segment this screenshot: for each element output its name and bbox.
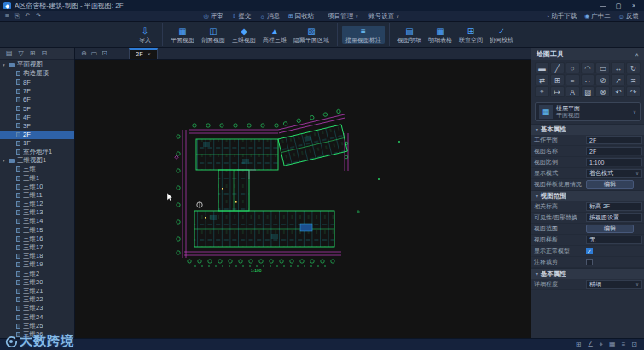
tree-item[interactable]: 三维18	[0, 252, 74, 260]
user-account[interactable]: ◉广中二	[584, 12, 611, 20]
redo-icon[interactable]: ↷	[36, 12, 42, 20]
dropdown-project-manage[interactable]: 项目管理∨	[328, 12, 358, 20]
ribbon-button-import[interactable]: ⇩导入	[132, 26, 158, 44]
tool-extend[interactable]: ↗	[611, 74, 625, 85]
zoom-extents-icon[interactable]: ⊡	[102, 50, 107, 57]
property-value[interactable]: 2F	[586, 136, 642, 144]
pan-icon[interactable]: ⊕	[81, 50, 87, 57]
ribbon-button-hide-plan-region[interactable]: ▨隐藏平面区域	[290, 26, 333, 44]
ribbon-button-plan-view[interactable]: ▦平面视图	[167, 26, 198, 44]
tree-item[interactable]: 3F	[0, 121, 74, 130]
tool-measure[interactable]: ⌖	[535, 86, 549, 97]
tree-item[interactable]: 三维12	[0, 200, 74, 208]
view-tab-2f[interactable]: 2F ×	[129, 48, 158, 59]
section-header-1[interactable]: ▾视图范围	[531, 190, 644, 201]
property-value[interactable]: 无	[586, 236, 642, 244]
section-header-0[interactable]: ▾基本属性	[531, 124, 644, 135]
tree-item[interactable]: 7F	[0, 87, 74, 96]
tree-folder[interactable]: ▾平面视图	[0, 61, 74, 69]
tree-item[interactable]: 三维21	[0, 287, 74, 295]
tree-item[interactable]: 4F	[0, 113, 74, 121]
tree-item[interactable]: 室外地坪1	[0, 148, 74, 156]
tree-item[interactable]: 三维17	[0, 243, 74, 252]
tool-dimension[interactable]: ↦	[550, 86, 565, 97]
menubar-action-recycle-bin[interactable]: ⊞回收站	[288, 12, 314, 20]
tree-item[interactable]: 三维19	[0, 260, 74, 269]
menubar-action-review[interactable]: ◎评审	[203, 12, 223, 20]
floor-plan-drawing[interactable]: 1:100	[75, 60, 531, 338]
tree-item[interactable]: 三维25	[0, 322, 74, 330]
tree-item[interactable]: 三维1	[0, 173, 74, 182]
ribbon-button-schedule-table[interactable]: ▦明细表格	[425, 26, 455, 44]
polar-tracking-icon[interactable]: ∠	[587, 341, 593, 349]
tree-item[interactable]: 三维2	[0, 270, 74, 278]
caret-down-icon[interactable]: ▾	[3, 158, 9, 163]
expand-all-icon[interactable]: ⊞	[30, 50, 36, 57]
save-icon[interactable]: ⎘	[15, 12, 20, 20]
ribbon-button-view-detail[interactable]: ▤视图明细	[394, 26, 425, 44]
object-snap-icon[interactable]: ⌖	[600, 341, 604, 349]
minimize-button[interactable]: —	[596, 1, 610, 11]
tool-copy[interactable]: ⊞	[550, 74, 565, 85]
edit-button[interactable]: 编辑	[586, 225, 634, 233]
collapse-all-icon[interactable]: ⊟	[41, 50, 47, 57]
filter-icon[interactable]: ▽	[19, 50, 24, 57]
tree-item[interactable]: 三维23	[0, 304, 74, 312]
tool-rectangle[interactable]: ▭	[595, 62, 610, 73]
type-dropdown-icon[interactable]: ∨	[633, 109, 636, 114]
ribbon-button-elevation-3d[interactable]: ▲高程三维	[259, 26, 290, 44]
tool-rotate[interactable]: ↻	[626, 62, 641, 73]
ribbon-button-link-space[interactable]: ⊞联查空间	[455, 26, 486, 44]
tool-arc[interactable]: ◠	[581, 62, 595, 73]
ribbon-button-batch-view-annotate[interactable]: ≡批量视图标注	[342, 26, 385, 44]
grid-toggle-icon[interactable]: ⊞	[576, 341, 582, 349]
tool-line[interactable]: ╱	[550, 62, 565, 73]
tree-item[interactable]: 三维20	[0, 278, 74, 287]
menu-icon[interactable]: ≡	[5, 12, 9, 20]
close-button[interactable]: ×	[627, 1, 641, 11]
collapse-icon[interactable]: ∧	[635, 51, 639, 57]
property-value[interactable]: 精细∨	[586, 280, 642, 289]
hatch-display-icon[interactable]: ▦	[609, 341, 616, 349]
list-mode-icon[interactable]: ▤	[6, 50, 13, 57]
ribbon-button-co-check[interactable]: ✓协同校核	[486, 26, 517, 44]
menubar-action-message[interactable]: ☼消息	[259, 12, 279, 20]
property-value[interactable]: 1:100	[586, 158, 642, 166]
tool-hatch[interactable]: ▨	[581, 86, 595, 97]
tree-item[interactable]: 三维22	[0, 295, 74, 304]
tree-item[interactable]: 三维	[0, 165, 74, 173]
property-value[interactable]: 按视图设置	[586, 213, 642, 222]
property-value[interactable]: 2F	[586, 147, 642, 155]
tree-item[interactable]: 三维16	[0, 235, 74, 243]
undo-icon[interactable]: ↶	[25, 12, 31, 20]
checkbox[interactable]: ✓	[586, 248, 593, 254]
tool-redo[interactable]: ↷	[626, 86, 641, 97]
drawing-canvas[interactable]: 1:100	[75, 60, 531, 338]
tree-item[interactable]: 6F	[0, 96, 74, 104]
feedback[interactable]: ☺反馈	[618, 12, 639, 20]
tree-item[interactable]: 三维10	[0, 183, 74, 191]
tool-undo[interactable]: ↶	[611, 86, 625, 97]
tool-erase[interactable]: ⊗	[595, 86, 610, 97]
ribbon-button-3d-view[interactable]: ◆三维视图	[229, 26, 259, 44]
ribbon-button-section-view[interactable]: ◫剖面视图	[198, 26, 229, 44]
tool-move[interactable]: ↔	[611, 62, 625, 73]
checkbox[interactable]	[586, 259, 593, 265]
edit-button[interactable]: 编辑	[586, 180, 634, 189]
tool-array[interactable]: ∷	[581, 74, 595, 85]
tree-folder[interactable]: ▾三维视图1	[0, 156, 74, 165]
fullscreen-icon[interactable]: ⊡	[631, 341, 637, 349]
tool-offset[interactable]: ≡	[566, 74, 580, 85]
type-selector[interactable]: ▦ 楼层平面 平面视图 ∨	[535, 102, 641, 121]
layers-icon[interactable]: ≡	[622, 341, 626, 349]
tool-mirror[interactable]: ⇄	[535, 74, 549, 85]
property-value[interactable]: 着色模式∨	[586, 169, 642, 178]
tool-circle[interactable]: ○	[566, 62, 580, 73]
tree-item[interactable]: 2F	[0, 131, 74, 139]
tree-item[interactable]: 构造屋顶	[0, 69, 74, 78]
menubar-action-submit[interactable]: ⇧提交	[232, 12, 252, 20]
tool-wall[interactable]: ▬	[535, 62, 549, 73]
zoom-window-icon[interactable]: ▭	[91, 50, 98, 57]
tree-item[interactable]: 8F	[0, 78, 74, 86]
maximize-button[interactable]: ▢	[612, 1, 625, 11]
